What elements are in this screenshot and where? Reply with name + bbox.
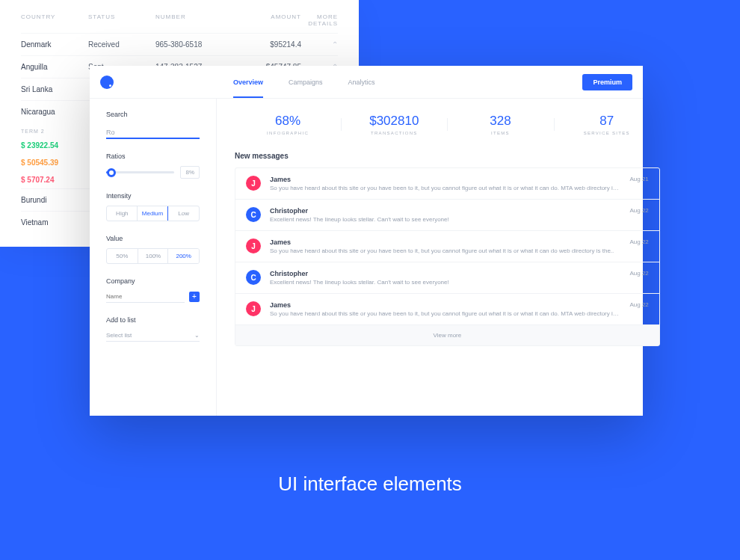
main-content: 68%Infographic$302810Transactions328Item… [217,99,678,416]
value-label: Value [106,235,200,242]
bg-table-header: Country Status Number Amount More Detail… [21,13,338,33]
ratios-label: Ratios [106,153,200,160]
message-text: So you have heard about this site or you… [270,185,620,191]
message-date: Aug 22 [629,207,648,214]
chevron-up-icon[interactable]: ⌃ [332,40,338,49]
avatar: J [246,239,261,253]
seg-option-low[interactable]: Low [167,206,199,221]
intensity-label: Intensity [106,192,200,200]
seg-option-medium[interactable]: Medium [137,206,169,221]
add-list-label: Add to list [106,316,200,324]
message-text: Excellent news! The lineup looks stellar… [270,279,620,286]
message-name: James [270,301,620,309]
stat: 87Service Sites [554,114,660,135]
tab-list: OverviewCampaignsAnalytics [233,67,375,98]
stat-label: Infographic [235,131,341,135]
bg-header-number: Number [155,13,241,27]
message-name: James [270,176,620,183]
message-list: JJamesSo you have heard about this site … [235,167,660,346]
ratios-percent: 8% [180,166,200,179]
bg-header-status: Status [88,13,155,27]
caption-light: UI [278,473,303,495]
message-date: Aug 22 [629,270,648,277]
sidebar: Search Ratios 8% Intensity HighMediumLow [90,99,217,416]
stat-value: $302810 [341,114,447,129]
message-date: Aug 21 [629,176,648,182]
messages-title: New messages [235,152,660,160]
topbar: OverviewCampaignsAnalytics Premium [90,66,643,99]
avatar: J [246,301,261,316]
seg-option-100pct[interactable]: 100% [138,249,169,263]
avatar: C [246,207,261,222]
search-input[interactable] [106,127,200,139]
tab-campaigns[interactable]: Campaigns [289,67,323,98]
stat-value: 68% [235,114,341,129]
message-item[interactable]: JJamesSo you have heard about this site … [235,168,659,199]
company-input[interactable] [106,291,185,303]
bg-header-country: Country [21,13,88,27]
seg-option-200pct[interactable]: 200% [167,248,200,264]
main-dashboard-card: OverviewCampaignsAnalytics Premium Searc… [90,66,643,416]
value-segment: 50%100%200% [106,248,200,264]
bg-header-details: More Details [301,13,338,27]
avatar: C [246,270,261,285]
stat: 328Items [447,114,553,135]
avatar: J [246,176,261,191]
caption-bold: interface elements [303,473,461,495]
stat-label: Items [447,131,553,135]
ratios-slider[interactable] [106,171,174,173]
message-text: Excellent news! The lineup looks stellar… [270,216,620,223]
add-list-select[interactable]: Select list ⌄ [106,330,200,342]
slider-thumb[interactable] [107,168,116,177]
caption: UI interface elements [0,473,740,496]
message-text: So you have heard about this site or you… [270,310,620,317]
seg-option-50pct[interactable]: 50% [107,249,138,263]
message-date: Aug 22 [629,301,648,308]
search-label: Search [106,111,200,118]
view-more-button[interactable]: View more [235,324,659,345]
bg-header-amount: Amount [241,13,301,27]
message-item[interactable]: CChristopherExcellent news! The lineup l… [235,199,659,230]
stat-label: Transactions [341,131,447,135]
tab-analytics[interactable]: Analytics [348,67,375,98]
add-company-button[interactable]: + [189,292,200,302]
chevron-down-icon: ⌄ [194,332,200,339]
message-item[interactable]: JJamesSo you have heard about this site … [235,230,659,262]
stat-label: Service Sites [554,131,660,135]
message-item[interactable]: JJamesSo you have heard about this site … [235,293,659,324]
stat-value: 328 [447,114,553,129]
stats-row: 68%Infographic$302810Transactions328Item… [235,114,660,135]
stat: $302810Transactions [341,114,447,135]
message-name: Christopher [270,207,620,215]
intensity-segment: HighMediumLow [106,206,200,221]
message-name: James [270,239,620,246]
stat: 68%Infographic [235,114,341,135]
message-date: Aug 22 [629,239,648,245]
seg-option-high[interactable]: High [107,206,138,221]
stat-value: 87 [554,114,660,129]
message-item[interactable]: CChristopherExcellent news! The lineup l… [235,262,659,293]
table-row[interactable]: DenmarkReceived965-380-6518$95214.4⌃ [21,33,338,55]
add-list-placeholder: Select list [106,332,132,339]
premium-button[interactable]: Premium [582,74,632,90]
tab-overview[interactable]: Overview [233,67,263,98]
company-label: Company [106,277,200,285]
message-name: Christopher [270,270,620,277]
logo-icon[interactable] [100,76,114,89]
message-text: So you have heard about this site or you… [270,247,620,254]
